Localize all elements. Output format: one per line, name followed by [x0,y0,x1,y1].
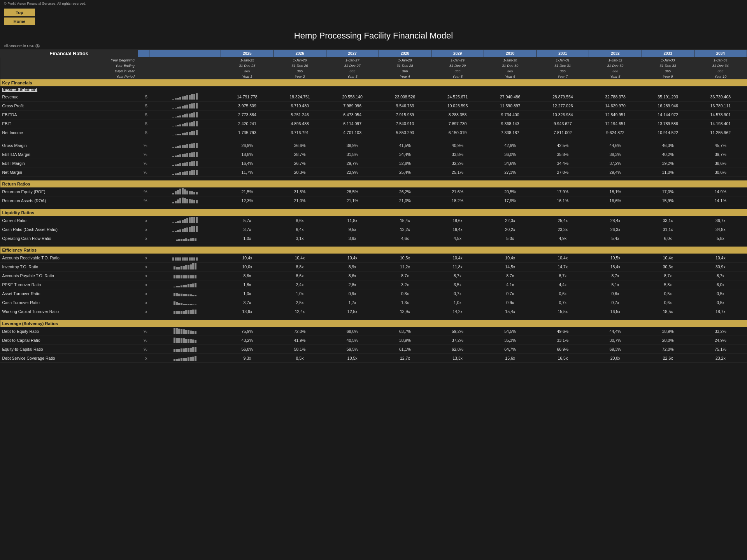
currency-note: All Amounts in USD ($) [0,43,747,49]
row-sparkline [149,307,221,316]
meta-val-8: Year 9 [642,74,694,79]
row-val-3: 25,4% [379,168,431,177]
table-row: Operating Cash Flow Ratiox1,0x3,1x3,9x4,… [0,234,747,243]
row-val-1: 12,4x [274,307,326,316]
sparkline-header [149,50,221,58]
row-val-7: 0,6x [589,289,642,298]
row-val-3: 1,3x [379,298,431,307]
row-val-6: 33,1% [537,336,589,345]
table-row: Current Ratiox5,7x8,6x11,8x15,4x18,6x22,… [0,216,747,225]
row-val-4: 14,2x [431,307,484,316]
row-val-6: 0,6x [537,289,589,298]
row-val-3: 8,7x [379,271,431,280]
row-val-9: 0,5x [694,298,747,307]
top-button[interactable]: Top [4,9,35,16]
row-val-9: 38,6% [694,159,747,168]
row-val-6: 49,6% [537,327,589,336]
table-row: Net Income$1.735.7933.716.7914.701.1035.… [0,128,747,137]
meta-val-9: 1-Jan-34 [694,58,747,63]
row-val-2: 11,8x [326,216,379,225]
row-val-1: 8,6x [274,271,326,280]
row-val-0: 75,9% [221,327,274,336]
row-val-5: 27.040.486 [484,93,537,102]
row-label: Return on Equity (ROE) [0,187,138,196]
row-val-6: 35,8% [537,150,589,159]
row-val-7: 12.194.651 [589,119,642,128]
row-label: Debt-to-Capital Ratio [0,336,138,345]
row-symbol: % [138,150,149,159]
table-row: Debt-to-Capital Ratio%43,2%41,9%40,5%38,… [0,336,747,345]
row-label: EBIT [0,119,138,128]
row-val-7: 20,0x [589,354,642,362]
financial-ratios-title: Financial Ratios [49,51,88,56]
row-sparkline [149,196,221,205]
row-val-8: 10.914.522 [642,128,694,137]
meta-val-7: Year 8 [589,74,642,79]
year-2032: 2032 [589,50,642,58]
year-2027: 2027 [326,50,379,58]
row-val-0: 3,7x [221,225,274,234]
row-val-4: 16,4x [431,225,484,234]
row-val-3: 38,9% [379,336,431,345]
row-val-5: 54,5% [484,327,537,336]
row-val-5: 10,4x [484,254,537,262]
meta-val-9: 31-Dec-34 [694,63,747,68]
row-val-6: 12.277.026 [537,102,589,110]
home-button[interactable]: Home [4,18,35,25]
table-row: EBITDA Margin%18,8%28,7%31,5%34,4%33,8%3… [0,150,747,159]
row-val-3: 11,2x [379,262,431,271]
table-row: Net Margin%11,7%20,3%22,9%25,4%25,1%27,1… [0,168,747,177]
row-val-2: 31,5% [326,150,379,159]
row-sparkline [149,187,221,196]
row-val-7: 10,5x [589,254,642,262]
row-val-9: 45,7% [694,141,747,150]
row-sparkline [149,298,221,307]
row-val-2: 22,9% [326,168,379,177]
row-val-9: 14,9% [694,187,747,196]
meta-spark [149,58,221,63]
row-val-3: 12,7x [379,354,431,362]
row-val-0: 21,5% [221,187,274,196]
row-val-0: 10,4x [221,254,274,262]
row-sparkline [149,128,221,137]
row-label: Accounts Receivable T.O. Ratio [0,254,138,262]
table-row: Asset Turnover Ratiox1,0x1,0x0,9x0,8x0,7… [0,289,747,298]
row-val-4: 18,6x [431,216,484,225]
row-val-0: 56,8% [221,345,274,354]
row-val-4: 21,6% [431,187,484,196]
row-val-4: 37,2% [431,336,484,345]
row-val-6: 23,3x [537,225,589,234]
row-val-8: 10,4x [642,254,694,262]
meta-val-2: Year 3 [326,74,379,79]
row-val-4: 4,5x [431,234,484,243]
row-symbol: $ [138,128,149,137]
row-val-6: 10.326.984 [537,110,589,119]
row-symbol: x [138,234,149,243]
row-val-8: 17,0% [642,187,694,196]
row-label: Debt Service Coverage Ratio [0,354,138,362]
row-sparkline [149,254,221,262]
meta-val-0: 1-Jan-25 [221,58,274,63]
meta-row: Year Ending31-Dec-2531-Dec-2631-Dec-2731… [0,63,747,68]
row-val-1: 8,8x [274,262,326,271]
top-bar: © Profit Vision Financial Services. All … [0,0,747,27]
row-val-2: 21,1% [326,196,379,205]
row-val-0: 16,4% [221,159,274,168]
row-val-1: 6.710.480 [274,102,326,110]
row-val-7: 18,1% [589,187,642,196]
row-val-5: 0,9x [484,298,537,307]
row-symbol: x [138,254,149,262]
row-val-5: 9.734.400 [484,110,537,119]
row-val-4: 13,3x [431,354,484,362]
table-row: Cash Turnover Ratiox3,7x2,5x1,7x1,3x1,0x… [0,298,747,307]
row-val-3: 23.008.526 [379,93,431,102]
row-sparkline [149,102,221,110]
row-val-2: 4.701.103 [326,128,379,137]
row-val-4: 59,2% [431,327,484,336]
row-label: Working Capital Turnover Ratio [0,307,138,316]
meta-val-6: 31-Dec-31 [537,63,589,68]
meta-val-1: Year 2 [274,74,326,79]
meta-spark [149,74,221,79]
section-label: Leverage (Solvency) Ratios [0,320,747,327]
row-val-5: 15,6x [484,354,537,362]
